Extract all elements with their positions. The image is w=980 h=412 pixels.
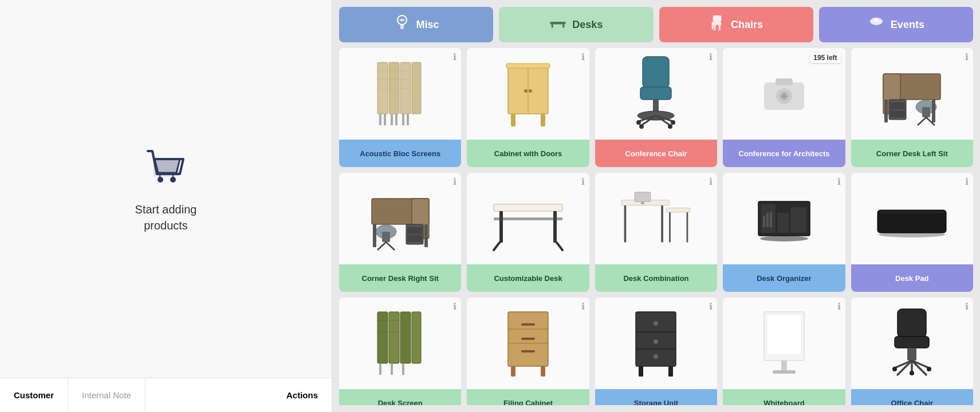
- category-events[interactable]: Events: [819, 7, 973, 42]
- svg-rect-19: [412, 62, 421, 114]
- svg-rect-29: [379, 114, 381, 125]
- product-card-14[interactable]: ℹ Whiteboard: [723, 298, 845, 405]
- chairs-icon: [709, 14, 725, 35]
- svg-rect-32: [395, 114, 397, 125]
- svg-point-103: [760, 236, 808, 241]
- product-img-11: ℹ: [339, 298, 461, 389]
- svg-rect-93: [687, 212, 688, 243]
- category-misc[interactable]: Misc: [339, 7, 493, 42]
- svg-point-146: [892, 367, 897, 371]
- product-label-1: Acoustic Bloc Screens: [339, 140, 461, 167]
- svg-rect-33: [402, 114, 404, 125]
- svg-rect-91: [662, 205, 664, 243]
- product-card-acoustic-bloc-screens[interactable]: ℹ: [339, 48, 461, 167]
- product-label-11: Desk Screen: [339, 389, 461, 405]
- product-card-conf-architects[interactable]: 195 left Conference for Archit: [723, 48, 845, 167]
- info-icon-5[interactable]: ℹ: [965, 52, 969, 62]
- svg-rect-13: [719, 25, 721, 30]
- svg-rect-36: [506, 64, 550, 68]
- svg-rect-107: [377, 312, 388, 363]
- right-panel: Misc Desks Chair: [332, 0, 980, 412]
- left-panel: Start addingproducts Customer Internal N…: [0, 0, 332, 412]
- info-icon-2[interactable]: ℹ: [581, 52, 585, 62]
- svg-point-51: [671, 120, 675, 125]
- svg-rect-94: [635, 192, 651, 202]
- info-icon-14[interactable]: ℹ: [837, 301, 841, 312]
- svg-point-1: [158, 177, 163, 183]
- svg-rect-92: [670, 212, 671, 243]
- product-img-desk-org: ℹ: [723, 173, 845, 264]
- svg-point-106: [879, 232, 945, 237]
- info-icon-10[interactable]: ℹ: [965, 176, 969, 187]
- svg-rect-55: [776, 78, 793, 85]
- svg-line-87: [557, 243, 562, 250]
- svg-rect-116: [391, 363, 393, 375]
- svg-rect-115: [379, 363, 381, 375]
- svg-rect-9: [563, 25, 565, 28]
- product-card-desk-combination[interactable]: ℹ: [595, 173, 717, 292]
- info-icon-7[interactable]: ℹ: [581, 176, 585, 187]
- product-card-desk-pad[interactable]: ℹ Desk Pad: [851, 173, 973, 292]
- product-card-13[interactable]: ℹ Storage Unit: [595, 298, 717, 405]
- product-label-5: Corner Desk Left Sit: [851, 140, 973, 167]
- info-icon-13[interactable]: ℹ: [709, 301, 713, 312]
- svg-rect-135: [767, 315, 801, 355]
- product-label-12: Filing Cabinet: [467, 389, 589, 405]
- products-grid: ℹ: [339, 48, 973, 405]
- svg-rect-139: [895, 336, 929, 348]
- svg-rect-108: [389, 312, 399, 363]
- svg-rect-34: [407, 114, 409, 125]
- svg-point-38: [524, 89, 528, 93]
- category-chairs[interactable]: Chairs: [659, 7, 813, 42]
- info-icon-9[interactable]: ℹ: [837, 176, 841, 187]
- customer-tab[interactable]: Customer: [0, 378, 68, 412]
- svg-rect-85: [494, 217, 562, 220]
- product-card-cabinet-doors[interactable]: ℹ Cab: [467, 48, 589, 167]
- svg-rect-82: [494, 204, 562, 211]
- category-desks[interactable]: Desks: [499, 7, 653, 42]
- info-icon-6[interactable]: ℹ: [453, 176, 456, 187]
- product-card-customizable-desk[interactable]: ℹ Customizable Desk: [467, 173, 589, 292]
- svg-rect-7: [550, 22, 566, 25]
- svg-rect-12: [714, 25, 715, 30]
- product-img-desk-pad: ℹ: [851, 173, 973, 264]
- svg-rect-101: [766, 213, 769, 227]
- svg-rect-69: [884, 100, 888, 122]
- svg-rect-77: [382, 232, 390, 242]
- actions-tab[interactable]: Actions: [273, 378, 332, 412]
- svg-rect-110: [412, 312, 421, 363]
- svg-rect-75: [407, 235, 422, 242]
- info-icon-8[interactable]: ℹ: [709, 176, 713, 187]
- cart-icon: [143, 144, 189, 192]
- product-card-12[interactable]: ℹ Fil: [467, 298, 589, 405]
- svg-rect-83: [499, 211, 503, 243]
- desks-label: Desks: [572, 19, 603, 31]
- internal-note-tab[interactable]: Internal Note: [68, 378, 145, 412]
- svg-rect-121: [521, 338, 535, 340]
- product-card-11[interactable]: ℹ: [339, 298, 461, 405]
- svg-point-53: [668, 124, 672, 129]
- svg-rect-100: [763, 216, 765, 227]
- svg-rect-66: [922, 107, 930, 117]
- camera-placeholder: [761, 74, 807, 114]
- products-scroll[interactable]: ℹ: [339, 48, 973, 405]
- info-icon-11[interactable]: ℹ: [453, 301, 456, 312]
- product-label-3: Conference Chair: [595, 140, 717, 167]
- product-card-conference-chair[interactable]: ℹ: [595, 48, 717, 167]
- chairs-label: Chairs: [731, 19, 763, 31]
- info-icon-15[interactable]: ℹ: [965, 301, 969, 312]
- svg-rect-102: [770, 212, 772, 227]
- product-card-corner-desk-left[interactable]: ℹ: [851, 48, 973, 167]
- product-card-desk-organizer[interactable]: ℹ Des: [723, 173, 845, 292]
- info-icon-12[interactable]: ℹ: [581, 301, 585, 312]
- info-icon-1[interactable]: ℹ: [453, 52, 456, 62]
- info-icon-3[interactable]: ℹ: [709, 52, 713, 62]
- product-card-15[interactable]: ℹ: [851, 298, 973, 405]
- svg-rect-42: [643, 57, 669, 88]
- product-img-architects: 195 left: [723, 48, 845, 140]
- product-card-corner-desk-right[interactable]: ℹ: [339, 173, 461, 292]
- product-label-2: Cabinet with Doors: [467, 140, 589, 167]
- svg-rect-125: [541, 366, 545, 377]
- product-img-cabinet: ℹ: [467, 48, 589, 140]
- product-img-acoustic: ℹ: [339, 48, 461, 140]
